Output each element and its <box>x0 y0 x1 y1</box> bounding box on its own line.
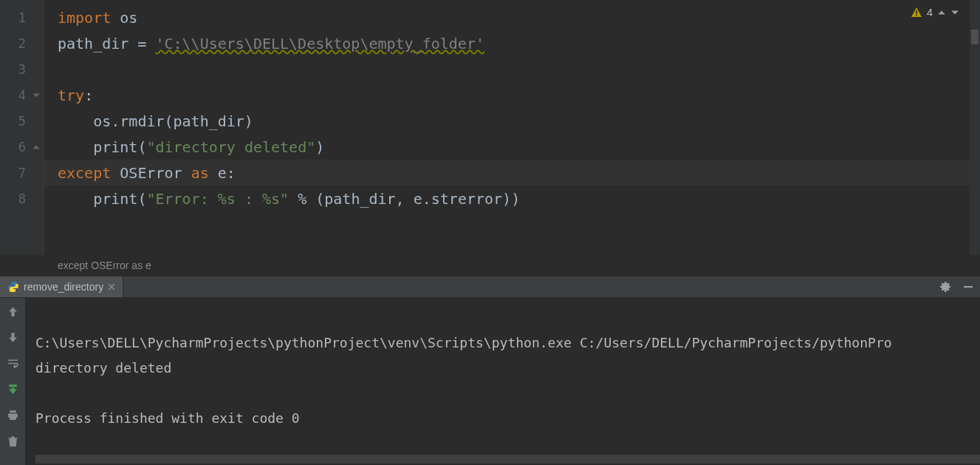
code-area[interactable]: import os path_dir = 'C:\\Users\DELL\Des… <box>44 0 980 211</box>
run-tab-label: remove_directory <box>24 281 103 293</box>
fold-collapse-icon[interactable] <box>32 91 41 100</box>
svg-rect-0 <box>916 10 917 14</box>
breadcrumb[interactable]: except OSError as e <box>0 255 980 276</box>
code-line[interactable]: print("directory deleted") <box>44 134 980 160</box>
code-line[interactable]: try: <box>44 82 980 108</box>
svg-rect-1 <box>916 15 917 16</box>
line-number[interactable]: 7 <box>0 160 44 186</box>
soft-wrap-icon[interactable] <box>7 357 19 370</box>
line-number[interactable]: 2 <box>0 30 44 56</box>
line-number[interactable]: 8 <box>0 186 44 211</box>
console-line: Process finished with exit code 0 <box>35 410 300 426</box>
code-line[interactable]: path_dir = 'C:\\Users\DELL\Desktop\empty… <box>44 30 980 56</box>
line-number[interactable]: 1 <box>0 4 44 30</box>
code-line[interactable]: os.rmdir(path_dir) <box>44 108 980 134</box>
trash-icon[interactable] <box>7 435 19 447</box>
run-tabs-bar: remove_directory <box>0 276 980 298</box>
warning-icon <box>911 7 922 18</box>
editor-minimap[interactable] <box>970 0 980 255</box>
run-toolbar <box>0 298 25 465</box>
chevron-down-icon[interactable] <box>950 8 959 17</box>
line-number[interactable]: 4 <box>0 82 44 108</box>
code-line[interactable] <box>44 56 980 82</box>
run-tool-window: remove_directory C:\Users\DELL\PycharmPr… <box>0 276 980 465</box>
line-number[interactable]: 5 <box>0 108 44 134</box>
console-line: C:\Users\DELL\PycharmProjects\pythonProj… <box>35 335 892 350</box>
gear-icon[interactable] <box>940 281 952 293</box>
inspections-count: 4 <box>927 6 933 18</box>
code-line[interactable]: import os <box>44 4 980 30</box>
arrow-up-icon[interactable] <box>7 305 19 318</box>
code-line[interactable]: print("Error: %s : %s" % (path_dir, e.st… <box>44 186 980 211</box>
svg-rect-2 <box>964 286 973 288</box>
run-console[interactable]: C:\Users\DELL\PycharmProjects\pythonProj… <box>25 298 980 465</box>
line-number[interactable]: 3 <box>0 56 44 82</box>
python-icon <box>7 281 19 293</box>
console-line: directory deleted <box>35 360 171 376</box>
inspections-widget[interactable]: 4 <box>911 6 959 18</box>
minimize-icon[interactable] <box>962 281 974 293</box>
horizontal-scrollbar[interactable] <box>35 455 980 464</box>
fold-expand-icon[interactable] <box>32 143 41 152</box>
scroll-to-end-icon[interactable] <box>7 383 19 396</box>
code-line-active[interactable]: except OSError as e: <box>44 160 980 186</box>
code-editor[interactable]: 1 2 3 4 5 6 7 8 import os path_dir = 'C:… <box>0 0 980 255</box>
editor-gutter: 1 2 3 4 5 6 7 8 <box>0 0 44 255</box>
run-tab[interactable]: remove_directory <box>0 276 123 297</box>
line-number[interactable]: 6 <box>0 134 44 160</box>
close-icon[interactable] <box>108 283 115 291</box>
print-icon[interactable] <box>7 409 19 421</box>
arrow-down-icon[interactable] <box>7 331 19 344</box>
chevron-up-icon[interactable] <box>937 8 946 17</box>
